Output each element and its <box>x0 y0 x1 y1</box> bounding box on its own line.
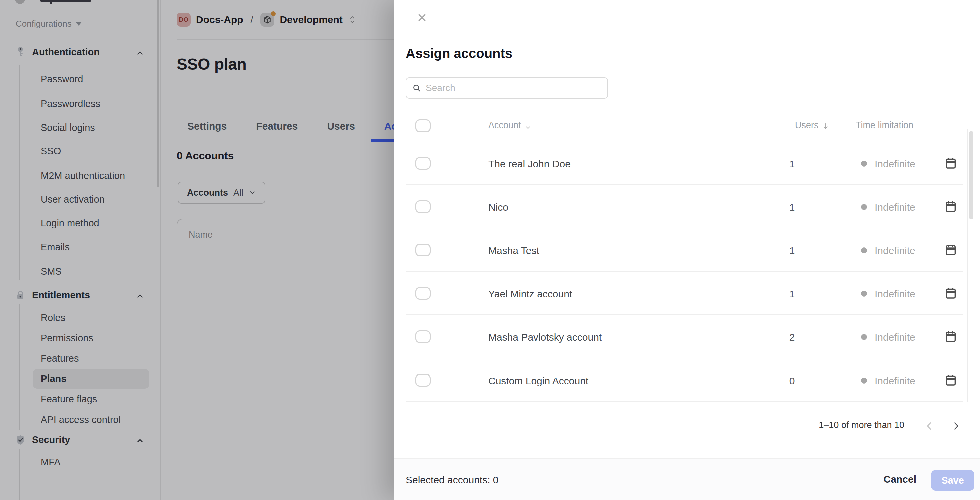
account-row[interactable]: The real John Doe 1 Indefinite <box>395 142 980 185</box>
row-checkbox[interactable] <box>415 244 431 256</box>
account-row[interactable]: Masha Pavlotsky account 2 Indefinite <box>395 315 980 358</box>
pagination-next-icon[interactable] <box>951 420 961 431</box>
account-row[interactable]: Custom Login Account 0 Indefinite <box>395 358 980 402</box>
account-row[interactable]: Nico 1 Indefinite <box>395 185 980 228</box>
modal-title: Assign accounts <box>406 46 512 61</box>
table-header-row: Account Users Time limitation <box>395 110 980 142</box>
pagination-prev-icon[interactable] <box>924 420 935 431</box>
time-limitation-value: Indefinite <box>875 158 915 169</box>
calendar-icon[interactable] <box>944 200 957 214</box>
row-checkbox[interactable] <box>415 287 431 300</box>
assign-accounts-modal: Assign accounts Account Users Time limit… <box>395 0 980 500</box>
status-dot <box>861 204 867 210</box>
pagination-range: 1–10 of more than 10 <box>819 420 904 430</box>
table-scrollbar-track <box>967 128 968 402</box>
table-scrollbar-thumb[interactable] <box>969 131 973 219</box>
time-limitation-value: Indefinite <box>875 288 915 300</box>
time-limitation-value: Indefinite <box>875 375 915 387</box>
status-dot <box>861 377 867 383</box>
search-box <box>406 77 608 99</box>
selected-accounts-count: Selected accounts: 0 <box>406 474 499 486</box>
account-name: Yael Mintz account <box>488 288 572 300</box>
calendar-icon[interactable] <box>944 373 957 388</box>
users-count: 1 <box>781 288 803 300</box>
row-checkbox[interactable] <box>415 157 431 169</box>
account-row[interactable]: Masha Test 1 Indefinite <box>395 228 980 272</box>
calendar-icon[interactable] <box>944 156 957 171</box>
users-column-header[interactable]: Users <box>795 120 829 131</box>
save-button[interactable]: Save <box>931 470 974 490</box>
time-limitation-value: Indefinite <box>875 332 915 343</box>
account-row[interactable]: Yael Mintz account 1 Indefinite <box>395 272 980 315</box>
search-input[interactable] <box>426 83 601 93</box>
modal-header <box>395 0 980 37</box>
status-dot <box>861 291 867 297</box>
account-name: Custom Login Account <box>488 375 588 387</box>
users-count: 1 <box>781 245 803 256</box>
time-limitation-value: Indefinite <box>875 245 915 256</box>
row-checkbox[interactable] <box>415 200 431 213</box>
calendar-icon[interactable] <box>944 330 957 345</box>
users-count: 1 <box>781 201 803 213</box>
table-bottom-border <box>406 401 963 402</box>
row-checkbox[interactable] <box>415 374 431 387</box>
account-name: Nico <box>488 201 508 213</box>
users-count: 2 <box>781 332 803 343</box>
account-column-header[interactable]: Account <box>488 120 532 131</box>
status-dot <box>861 247 867 253</box>
sort-descending-icon <box>822 122 829 129</box>
account-name: Masha Test <box>488 245 539 256</box>
time-limitation-column-header: Time limitation <box>856 120 913 131</box>
cancel-button[interactable]: Cancel <box>884 474 916 485</box>
row-checkbox[interactable] <box>415 331 431 343</box>
users-count: 0 <box>781 375 803 387</box>
status-dot <box>861 161 867 166</box>
modal-footer: Selected accounts: 0 Cancel Save <box>395 458 980 500</box>
calendar-icon[interactable] <box>944 286 957 301</box>
account-name: Masha Pavlotsky account <box>488 332 602 343</box>
time-limitation-value: Indefinite <box>875 201 915 213</box>
select-all-checkbox[interactable] <box>415 120 431 132</box>
sort-descending-icon <box>524 122 532 129</box>
search-icon <box>412 84 421 93</box>
status-dot <box>861 334 867 340</box>
close-icon[interactable] <box>417 13 427 23</box>
account-name: The real John Doe <box>488 158 571 169</box>
users-count: 1 <box>781 158 803 169</box>
calendar-icon[interactable] <box>944 243 957 258</box>
